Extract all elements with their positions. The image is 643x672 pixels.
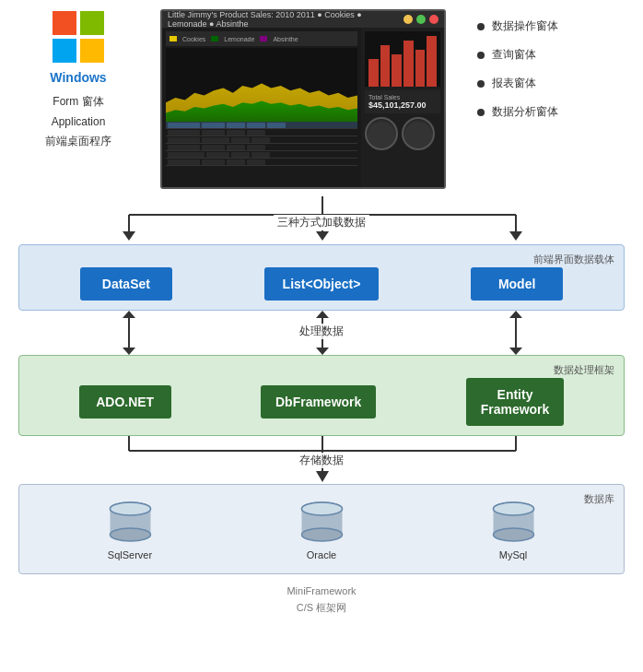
layer-processing: 数据处理框架 ADO.NET DbFramework Entity Framew… xyxy=(18,355,625,436)
arrow-center xyxy=(316,231,329,241)
load-label: 三种方式加载数据 xyxy=(274,215,369,230)
list-item-3: 报表窗体 xyxy=(477,76,625,91)
gauge-1 xyxy=(365,117,398,150)
svg-marker-17 xyxy=(509,348,522,355)
left-text: Form 窗体 Application 前端桌面程序 xyxy=(45,92,111,152)
arrow-left xyxy=(123,231,135,241)
bar-3 xyxy=(392,54,402,87)
oracle-icon xyxy=(297,500,347,546)
processing-layer-label: 数据处理框架 xyxy=(554,363,614,377)
sales-amount: $45,101,257.00 xyxy=(368,100,437,110)
mini-framework-label: MiniFramework xyxy=(18,584,625,600)
processing-boxes: ADO.NET DbFramework Entity Framework xyxy=(34,365,609,426)
gauge-2 xyxy=(402,117,435,150)
svg-marker-13 xyxy=(316,311,329,318)
svg-marker-10 xyxy=(123,311,135,318)
list-object-box: List<Object> xyxy=(264,267,380,301)
list-item-2: 查询窗体 xyxy=(477,47,625,63)
sqlserver-item: SqlServer xyxy=(105,500,156,560)
bottom-labels: MiniFramework C/S 框架网 xyxy=(18,584,625,616)
svg-rect-2 xyxy=(53,39,76,63)
three-way-connector: 三种方式加载数据 xyxy=(18,196,625,244)
oracle-item: Oracle xyxy=(297,500,347,560)
table-row xyxy=(166,144,357,151)
maximize-btn xyxy=(416,15,426,24)
left-side: Windows Form 窗体 Application 前端桌面程序 xyxy=(18,9,138,152)
close-btn xyxy=(429,15,438,24)
bar-6 xyxy=(427,36,437,87)
dbframework-box: DbFramework xyxy=(261,385,376,419)
screenshot-content: Cookies Lemonade Absinthe xyxy=(162,28,444,187)
svg-point-31 xyxy=(301,502,342,515)
db-boxes: SqlServer Oracle xyxy=(34,494,609,560)
dataset-box: DataSet xyxy=(80,267,172,301)
sqlserver-label: SqlServer xyxy=(108,549,152,560)
process-label: 处理数据 xyxy=(296,324,347,339)
svg-point-35 xyxy=(493,502,533,515)
table-row xyxy=(166,129,357,136)
right-list: 数据操作窗体 查询窗体 报表窗体 数据分析窗体 xyxy=(468,9,625,133)
list-label-4: 数据分析窗体 xyxy=(492,104,558,120)
layer-database: 数据库 SqlServer xyxy=(18,484,625,574)
header-cell xyxy=(168,123,200,128)
arch-diagram: 三种方式加载数据 前端界面数据载体 DataSet List<Object> M… xyxy=(18,196,625,616)
bar-5 xyxy=(415,50,426,87)
absinthe-legend xyxy=(260,36,267,41)
svg-marker-11 xyxy=(123,348,135,355)
windows-label: Windows xyxy=(50,70,106,85)
svg-rect-3 xyxy=(80,39,104,63)
screenshot-right-panel: Total Sales $45,101,257.00 xyxy=(361,28,444,187)
svg-rect-0 xyxy=(53,11,76,35)
list-item-4: 数据分析窗体 xyxy=(477,104,625,120)
mysql-item: MySql xyxy=(488,500,539,560)
sales-total: Total Sales $45,101,257.00 xyxy=(365,90,440,113)
mysql-icon xyxy=(488,500,539,546)
frontend-layer-label: 前端界面数据载体 xyxy=(533,253,614,266)
lemonade-legend xyxy=(211,36,218,41)
svg-point-27 xyxy=(110,502,150,515)
chart-graph xyxy=(166,48,357,122)
total-sales-label: Total Sales xyxy=(368,94,437,100)
layer-frontend: 前端界面数据载体 DataSet List<Object> Model xyxy=(18,244,625,311)
entity-framework-box: Entity Framework xyxy=(466,378,565,426)
table-area xyxy=(166,122,357,177)
titlebar-text: Little Jimmy's Product Sales: 2010 2011 … xyxy=(168,10,400,29)
bullet-icon-3 xyxy=(477,80,485,88)
screenshot-area: Little Jimmy's Product Sales: 2010 2011 … xyxy=(138,9,468,189)
minimize-btn xyxy=(403,15,413,24)
header-cell xyxy=(227,123,245,128)
windows-logo-icon xyxy=(51,9,106,65)
screenshot-titlebar: Little Jimmy's Product Sales: 2010 2011 … xyxy=(162,11,444,28)
bullet-icon-4 xyxy=(477,109,485,116)
gauges-row xyxy=(365,117,440,150)
list-item-1: 数据操作窗体 xyxy=(477,18,625,34)
model-box: Model xyxy=(471,267,563,301)
application-text: Application xyxy=(45,112,111,133)
header-cell xyxy=(267,123,286,128)
screenshot-image: Little Jimmy's Product Sales: 2010 2011 … xyxy=(160,9,446,189)
process-connector: 处理数据 xyxy=(18,311,625,355)
bar-chart-mini xyxy=(365,31,440,87)
list-label-1: 数据操作窗体 xyxy=(492,18,558,34)
mysql-label: MySql xyxy=(499,549,528,560)
svg-point-26 xyxy=(110,528,150,541)
frontend-text: 前端桌面程序 xyxy=(45,132,111,152)
svg-marker-16 xyxy=(509,311,522,318)
store-connector: 存储数据 xyxy=(18,436,625,484)
table-row xyxy=(166,151,357,159)
page-wrapper: Windows Form 窗体 Application 前端桌面程序 Littl… xyxy=(0,0,643,625)
bar-1 xyxy=(368,59,379,87)
bar-4 xyxy=(403,41,414,87)
adonet-box: ADO.NET xyxy=(79,385,171,419)
frontend-boxes: DataSet List<Object> Model xyxy=(34,254,609,301)
chart-title-bar: Cookies Lemonade Absinthe xyxy=(166,31,357,46)
bullet-icon-1 xyxy=(477,23,485,30)
chart-area: Cookies Lemonade Absinthe xyxy=(162,28,361,187)
svg-point-30 xyxy=(301,528,342,541)
svg-rect-1 xyxy=(80,11,104,35)
store-label: 存储数据 xyxy=(296,453,347,468)
table-row xyxy=(166,122,357,129)
table-row xyxy=(166,136,357,144)
bar-2 xyxy=(380,45,391,87)
bullet-icon-2 xyxy=(477,52,485,59)
